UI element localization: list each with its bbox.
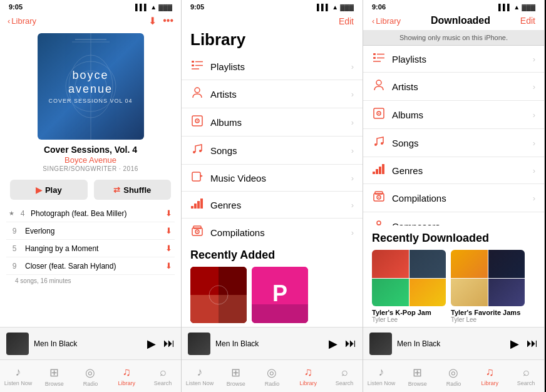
edit-button-3[interactable]: Edit [520,16,535,26]
svg-rect-50 [376,169,378,174]
library-item-albums[interactable]: Albums › [182,108,363,137]
song-dl-3[interactable]: ⬇ [165,244,172,253]
tab-label-listen-1: Listen Now [4,380,33,386]
tab-label-search-1: Search [154,380,172,386]
recently-added-item-1[interactable] [190,267,247,323]
chevron-videos: › [351,173,354,183]
tab-radio-2[interactable]: ◎ Radio [254,366,291,387]
shuffle-button[interactable]: ⇄ Shuffle [94,180,172,200]
chevron-compilations: › [351,228,354,237]
library-item-videos[interactable]: Music Videos › [182,165,363,192]
song-item-4[interactable]: 9 Closer (feat. Sarah Hyland) ⬇ [6,257,175,275]
rd-art-cell-1-4 [410,279,446,307]
mini-player-2[interactable]: Men In Black ▶ ⏭ [182,327,363,359]
recently-downloaded-thumbs: Tyler's K-Pop Jam Tyler Lee Tyler's Favo… [372,250,535,323]
tab-radio-1[interactable]: ◎ Radio [73,366,109,387]
svg-point-14 [197,120,198,121]
song-item-1[interactable]: ★ 4 Photograph (feat. Bea Miller) ⬇ [6,205,175,222]
status-time-3: 9:06 [372,3,386,11]
mini-player-1[interactable]: Men In Black ▶ ⏭ [0,327,181,359]
download-icon-1[interactable]: ⬇ [148,15,157,27]
tab-library-2[interactable]: ♫ Library [290,366,326,386]
album-info: Cover Sessions, Vol. 4 Boyce Avenue SING… [0,145,181,176]
svg-rect-18 [191,206,193,209]
battery-icon-2: ▓▓▓ [340,4,354,11]
tab-icon-search-2: ⌕ [341,366,348,379]
rd-item-2[interactable]: Tyler's Favorite Jams Tyler Lee [451,250,525,323]
more-icon-1[interactable]: ••• [163,15,173,27]
play-button[interactable]: ▶ Play [10,180,88,200]
tab-library-1[interactable]: ♫ Library [108,366,145,386]
tab-search-2[interactable]: ⌕ Search [326,366,363,386]
tab-browse-2[interactable]: ⊞ Browse [218,366,254,387]
song-title-3: Hanging by a Moment [25,244,160,253]
dl-compilations-icon [372,191,386,205]
tab-search-1[interactable]: ⌕ Search [145,366,181,386]
tab-listen-now-3[interactable]: ♪ Listen Now [363,366,399,386]
shuffle-label: Shuffle [123,185,151,195]
song-item-2[interactable]: 9 Everlong ⬇ [6,222,175,240]
library-item-songs[interactable]: Songs › [182,137,363,165]
dl-chevron-albums: › [533,110,535,120]
panel-library: 9:05 ▌▌▌ ▲ ▓▓▓ Edit Library Playlists › … [182,0,363,392]
tab-listen-now-2[interactable]: ♪ Listen Now [182,366,218,386]
tab-search-3[interactable]: ⌕ Search [508,366,544,386]
song-dl-4[interactable]: ⬇ [165,261,172,271]
dl-chevron-playlists: › [533,54,535,64]
tab-listen-now-1[interactable]: ♪ Listen Now [0,366,36,386]
dl-item-playlists[interactable]: Playlists › [363,46,544,73]
dl-item-compilations[interactable]: Compilations › [363,184,544,212]
svg-rect-38 [373,53,376,55]
header-icons-1: ⬇ ••• [148,15,173,27]
mini-next-btn-2[interactable]: ⏭ [345,337,356,350]
svg-rect-17 [192,172,200,181]
lib-label-videos: Music Videos [210,173,345,183]
recently-added-item-2[interactable]: P [252,267,308,323]
mini-next-btn-3[interactable]: ⏭ [527,337,538,350]
edit-button-2[interactable]: Edit [339,16,354,26]
rd-art-1 [372,250,446,306]
mini-play-btn-2[interactable]: ▶ [329,337,337,351]
mini-title-2: Men In Black [215,339,324,348]
tab-library-3[interactable]: ♫ Library [471,366,508,386]
song-dl-1[interactable]: ⬇ [165,209,172,218]
tab-icon-radio-3: ◎ [448,366,458,379]
tab-icon-browse-1: ⊞ [49,366,59,379]
lib-label-albums: Albums [210,117,345,128]
back-button-3[interactable]: ‹ Library [372,16,401,26]
library-item-artists[interactable]: Artists › [182,80,363,108]
rd-title-2: Tyler's Favorite Jams [451,309,525,316]
back-button-1[interactable]: ‹ Library [8,16,36,26]
library-item-compilations[interactable]: Compilations › [182,219,363,242]
mini-play-btn-1[interactable]: ▶ [147,337,156,351]
dl-item-songs[interactable]: Songs › [363,129,544,157]
album-header: ‹ Library ⬇ ••• [0,13,181,31]
dl-item-genres[interactable]: Genres › [363,157,544,184]
mini-controls-2: ▶ ⏭ [329,337,356,351]
mini-player-3[interactable]: Men In Black ▶ ⏭ [363,327,544,359]
mini-art-3 [369,333,392,355]
song-item-3[interactable]: 5 Hanging by a Moment ⬇ [6,240,175,257]
tab-browse-1[interactable]: ⊞ Browse [36,366,73,387]
mini-play-btn-3[interactable]: ▶ [510,337,519,351]
tab-label-listen-2: Listen Now [186,380,214,386]
rd-art-cell-2-1 [451,250,488,278]
tab-browse-3[interactable]: ⊞ Browse [399,366,436,387]
svg-point-48 [381,142,383,145]
panel-downloaded: 9:06 ▌▌▌ ▲ ▓▓▓ ‹ Library Downloaded Edit… [363,0,545,392]
tab-label-library-2: Library [300,380,317,386]
song-dl-2[interactable]: ⬇ [165,226,172,235]
signal-icon-3: ▌▌▌ [498,4,512,11]
library-item-playlists[interactable]: Playlists › [182,53,363,80]
recently-added-section: Recently Added P [182,242,363,327]
lib-label-genres: Genres [210,200,345,210]
dl-item-composers[interactable]: Composers › [363,212,544,225]
rd-item-1[interactable]: Tyler's K-Pop Jam Tyler Lee [372,250,446,323]
tab-label-library-3: Library [482,380,499,386]
tab-label-browse-1: Browse [45,381,64,387]
mini-next-btn-1[interactable]: ⏭ [163,337,175,350]
dl-item-albums[interactable]: Albums › [363,101,544,129]
dl-item-artists[interactable]: Artists › [363,73,544,101]
tab-radio-3[interactable]: ◎ Radio [436,366,472,387]
library-item-genres[interactable]: Genres › [182,192,363,219]
